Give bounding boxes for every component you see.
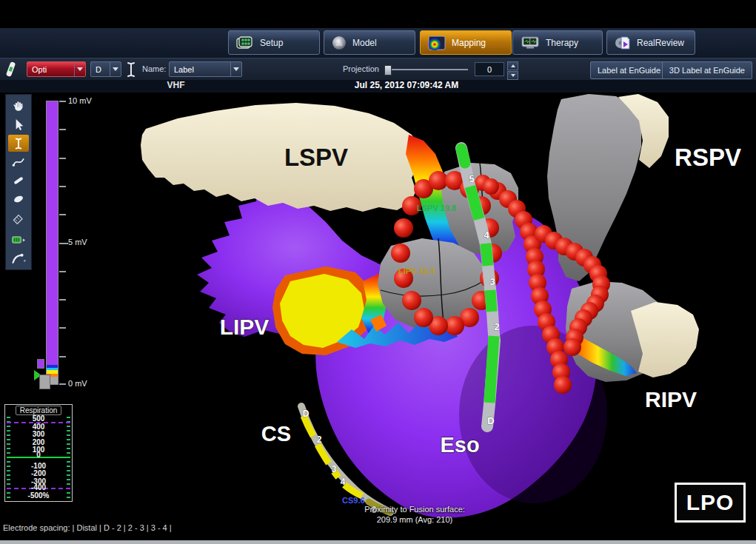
name-dropdown[interactable]: Label [169, 61, 242, 77]
chevron-down-icon[interactable] [74, 62, 85, 76]
resp-tick: 400 [5, 423, 72, 431]
label-eso: Eso [440, 433, 479, 457]
application-window: 5 4 3 2 D D 2 3 4 6 LSPV 19.8 LIPV 15.4 … [0, 0, 756, 544]
lipv-measurement: LIPV 15.4 [398, 266, 435, 275]
label-at-enguide-button[interactable]: Label at EnGuide [590, 61, 668, 79]
map-select-dropdown[interactable]: Opti [27, 61, 86, 77]
ellipse-icon [11, 192, 26, 206]
resp-tick: 200 [5, 439, 72, 446]
tool-palette [5, 94, 32, 270]
electrode-select-value: D [96, 65, 101, 74]
catheter-tool-icon[interactable] [6, 61, 22, 78]
status-row: VHF Jul 25, 2012 07:09:42 AM [0, 80, 756, 93]
scale-min-label: 0 mV [68, 379, 87, 388]
electrode-spacing-readout: Electrode spacing: | Distal | D - 2 | 2 … [3, 504, 222, 544]
device-icon [10, 232, 27, 247]
spinner-up-button[interactable] [507, 61, 518, 70]
eraser-tool-button[interactable] [8, 209, 29, 226]
projection-label: Projection [343, 64, 379, 73]
select-tool-button[interactable] [8, 116, 29, 133]
bottom-border [0, 540, 756, 544]
curved-catheter-icon [10, 251, 27, 266]
label-tool-button[interactable] [8, 135, 29, 152]
cs-electrode-4: 4 [341, 477, 346, 487]
realreview-icon [615, 36, 631, 50]
name-field-label: Name: [142, 64, 166, 73]
tab-model[interactable]: Model [324, 30, 415, 55]
eso-electrode-d: D [487, 415, 494, 426]
pan-tool-button[interactable] [8, 98, 29, 115]
chevron-down-icon[interactable] [110, 62, 121, 76]
tab-therapy-label: Therapy [546, 38, 578, 48]
lasso-bead [391, 244, 410, 263]
projection-spinner [507, 61, 518, 77]
label-cs: CS [261, 422, 291, 446]
tab-realreview-label: RealReview [637, 38, 684, 48]
curve-icon [11, 155, 26, 169]
view-orientation-badge: LPO [675, 483, 746, 523]
cs-electrode-2: 2 [317, 434, 322, 445]
resp-tick: -200 [5, 470, 72, 477]
spinner-down-button[interactable] [507, 71, 518, 80]
curve-tool-button[interactable] [8, 153, 29, 170]
catheter-view-button[interactable] [8, 249, 29, 266]
tab-mapping-label: Mapping [452, 38, 486, 48]
proximity-line1: Proximity to Fusion surface: [317, 504, 512, 514]
proximity-line2: 209.9 mm (Avg: 210) [317, 514, 512, 525]
proximity-readout: Proximity to Fusion surface: 209.9 mm (A… [317, 504, 512, 525]
resp-tick: -500% [5, 492, 72, 500]
ellipse-tool-button[interactable] [8, 190, 29, 207]
setup-icon [236, 36, 254, 50]
resp-tick: 500 [5, 415, 72, 423]
device-tool-button[interactable] [8, 231, 29, 248]
hand-icon [11, 99, 26, 114]
electrode-select-dropdown[interactable]: D [90, 61, 121, 77]
respiration-panel: Respiration 500 400 300 200 100 0 -100 -… [4, 404, 73, 502]
label-rspv: RSPV [675, 144, 741, 171]
ibeam-icon [11, 136, 26, 151]
eso-electrode-2: 2 [494, 321, 499, 332]
projection-slider-track[interactable] [385, 69, 468, 70]
projection-value: 0 [475, 62, 504, 76]
mapping-icon [428, 36, 446, 50]
lasso-bead [402, 291, 421, 310]
scale-handle[interactable] [39, 375, 50, 389]
scale-max-label: 10 mV [68, 96, 92, 105]
lasso-bead [414, 308, 433, 327]
marker-icon [11, 173, 26, 188]
eraser-icon [11, 210, 26, 225]
name-dropdown-value: Label [174, 65, 194, 74]
tab-therapy[interactable]: Therapy [512, 30, 603, 55]
lspv-vein [141, 103, 421, 212]
map-select-value: Opti [32, 65, 47, 74]
datetime: Jul 25, 2012 07:09:42 AM [311, 80, 502, 90]
resp-tick: 300 [5, 431, 72, 438]
ibeam-cursor-icon [127, 61, 136, 78]
therapy-icon [521, 36, 540, 50]
pointer-icon [11, 118, 26, 132]
resp-tick: -100 [5, 463, 72, 470]
label-ripv: RIPV [645, 387, 697, 412]
3d-map-viewport[interactable]: 5 4 3 2 D D 2 3 4 6 LSPV 19.8 LIPV 15.4 … [0, 92, 756, 544]
tab-setup[interactable]: Setup [228, 30, 320, 55]
resp-tick: 0 [5, 451, 72, 459]
model-icon [332, 36, 347, 50]
lasso-bead [483, 178, 499, 195]
marker-tool-button[interactable] [8, 172, 29, 189]
tab-realreview[interactable]: RealReview [606, 30, 695, 55]
label-lipv: LIPV [220, 315, 270, 339]
chevron-down-icon[interactable] [230, 62, 241, 76]
label-lspv: LSPV [284, 144, 348, 171]
scale-upper-marker[interactable] [37, 359, 44, 369]
eso-electrode-4: 4 [484, 229, 489, 241]
3d-label-at-enguide-button[interactable]: 3D Label at EnGuide [662, 61, 752, 79]
cs-electrode-d: D [303, 409, 310, 419]
projection-slider-handle[interactable] [384, 65, 392, 75]
eso-electrode-3: 3 [489, 276, 495, 287]
electrode-spacing-header: Electrode spacing: | Distal | D - 2 | 2 … [3, 523, 222, 533]
lasso-bead [554, 376, 572, 394]
cs-electrode-3: 3 [332, 464, 337, 474]
tab-mapping[interactable]: Mapping [420, 30, 512, 55]
resp-tick: -400 [5, 484, 72, 491]
lasso-bead [394, 218, 413, 238]
